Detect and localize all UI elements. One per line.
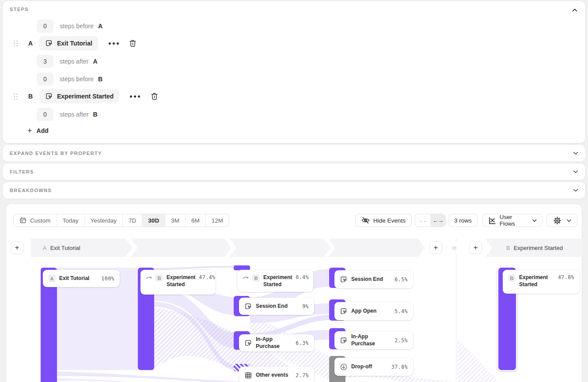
flow-node-drop-off-step3[interactable]: Drop-off 37.8% <box>334 358 413 376</box>
other-events-grid-icon <box>244 371 252 379</box>
flow-node-name: App Open <box>351 308 391 315</box>
flow-node-percent: 9% <box>302 303 309 310</box>
event-icon <box>244 339 252 347</box>
flow-node-in-app-purchase-step3[interactable]: In-App Purchase 2.5% <box>334 331 413 349</box>
event-icon <box>244 303 252 310</box>
event-icon <box>340 307 348 315</box>
flow-node-percent: 6.3% <box>296 340 309 346</box>
flow-node-experiment-started-step1[interactable]: B Experiment Started 47.4% <box>140 270 216 295</box>
report-content-layer: Custom Today Yesterday 7D 30D 3M 6M 12M … <box>0 0 588 382</box>
flow-node-percent: 47.8% <box>558 274 574 280</box>
flow-node-other-events-step2[interactable]: Other events 2.7% <box>239 367 314 382</box>
flow-node-a-exit-tutorial[interactable]: A Exit Tutorial 100% <box>43 270 120 287</box>
flow-node-app-open-step3[interactable]: App Open 5.4% <box>334 302 413 320</box>
indirect-flow-icon <box>243 275 249 281</box>
flow-node-percent: 2.5% <box>395 337 408 344</box>
step-badge: B <box>252 274 260 282</box>
event-icon <box>340 276 348 284</box>
flow-node-name: Other events <box>256 372 292 379</box>
flow-node-session-end-step2[interactable]: Session End 9% <box>239 298 314 315</box>
flow-node-name: Session End <box>351 276 391 283</box>
step-badge: B <box>508 274 516 282</box>
flow-node-name: Experiment Started <box>263 274 292 288</box>
user-flows-page: STEPS 0 steps before A A Exit Tutorial <box>0 0 588 382</box>
flow-node-experiment-started-end[interactable]: B Experiment Started 47.8% <box>503 270 580 294</box>
step-badge: B <box>156 274 163 282</box>
flow-node-name: In-App Purchase <box>351 333 391 347</box>
flow-node-percent: 5.4% <box>395 308 408 314</box>
flow-node-experiment-started-step2[interactable]: B Experiment Started 0.4% <box>237 270 313 292</box>
drop-off-icon <box>340 363 348 371</box>
indirect-flow-icon <box>146 275 152 281</box>
flow-node-name: In-App Purchase <box>256 336 292 350</box>
flow-node-percent: 100% <box>101 276 114 282</box>
flow-node-name: Drop-off <box>351 363 388 371</box>
flow-node-name: Experiment Started <box>519 274 554 288</box>
flow-node-name: Experiment Started <box>167 274 195 288</box>
flow-node-name: Exit Tutorial <box>59 275 98 282</box>
flow-node-name: Session End <box>256 303 299 310</box>
flow-node-session-end-step3[interactable]: Session End 6.5% <box>334 270 413 288</box>
step-badge: A <box>48 275 56 282</box>
flow-node-percent: 6.5% <box>395 276 408 283</box>
flow-node-in-app-purchase-step2[interactable]: In-App Purchase 6.3% <box>239 334 314 352</box>
flow-node-percent: 47.4% <box>199 274 215 280</box>
event-icon <box>340 337 348 344</box>
flow-node-percent: 37.8% <box>391 364 408 370</box>
flow-node-percent: 0.4% <box>296 274 309 280</box>
flow-node-percent: 2.7% <box>296 372 309 378</box>
